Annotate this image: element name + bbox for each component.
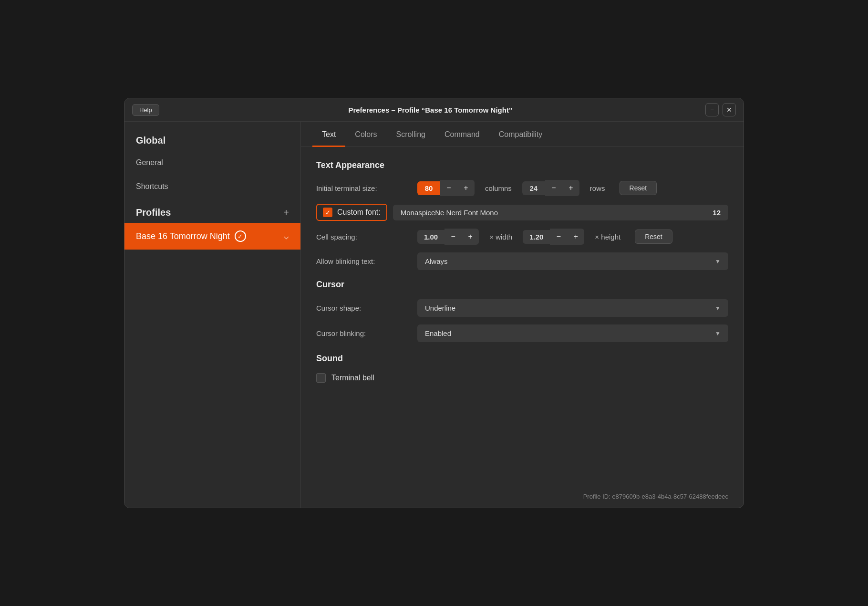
sidebar: Global General Shortcuts Profiles + Base…	[124, 122, 301, 508]
profile-id-value: e879609b-e8a3-4b4a-8c57-62488feedeec	[612, 493, 728, 500]
active-profile-check: ✓	[235, 230, 246, 242]
tab-text[interactable]: Text	[312, 122, 345, 147]
cell-spacing-label: Cell spacing:	[316, 233, 412, 241]
tab-colors[interactable]: Colors	[345, 122, 386, 147]
body: Global General Shortcuts Profiles + Base…	[124, 122, 744, 508]
allow-blinking-row: Allow blinking text: Always ▼	[316, 252, 728, 270]
cursor-shape-chevron: ▼	[715, 305, 721, 312]
profile-item-left: Base 16 Tomorrow Night ✓	[136, 230, 246, 242]
cell-spacing-reset-button[interactable]: Reset	[635, 230, 672, 244]
tab-scrolling[interactable]: Scrolling	[387, 122, 435, 147]
profile-id: Profile ID: e879609b-e8a3-4b4a-8c57-6248…	[301, 485, 744, 508]
profile-item-base16[interactable]: Base 16 Tomorrow Night ✓ ⌵	[124, 223, 300, 250]
profile-expand-icon[interactable]: ⌵	[284, 231, 289, 241]
cell-width-increase[interactable]: +	[462, 229, 479, 245]
cell-width-value: 1.00	[417, 230, 444, 244]
add-profile-button[interactable]: +	[283, 207, 289, 218]
sound-title: Sound	[316, 354, 728, 364]
rows-decrease[interactable]: −	[545, 180, 562, 196]
profile-id-label: Profile ID:	[583, 493, 610, 500]
allow-blinking-label: Allow blinking text:	[316, 257, 412, 265]
custom-font-toggle[interactable]: ✓ Custom font:	[316, 204, 387, 221]
main-content: Text Colors Scrolling Command Compatibil…	[301, 122, 744, 508]
custom-font-checkbox: ✓	[323, 208, 332, 217]
font-name: MonaspiceNe Nerd Font Mono	[401, 209, 498, 217]
minimize-button[interactable]: −	[705, 103, 719, 116]
cell-height-decrease[interactable]: −	[550, 229, 567, 245]
close-button[interactable]: ✕	[723, 103, 736, 116]
check-icon: ✓	[238, 233, 243, 240]
font-picker[interactable]: MonaspiceNe Nerd Font Mono 12	[393, 205, 728, 220]
sidebar-item-shortcuts[interactable]: Shortcuts	[124, 175, 300, 199]
size-reset-button[interactable]: Reset	[620, 181, 657, 195]
cursor-blinking-label: Cursor blinking:	[316, 329, 412, 337]
columns-increase[interactable]: +	[457, 180, 475, 196]
rows-unit: rows	[590, 184, 605, 192]
cell-width-decrease[interactable]: −	[444, 229, 462, 245]
cell-width-stepper: 1.00 − +	[417, 229, 479, 245]
terminal-bell-row: Terminal bell	[316, 373, 728, 383]
rows-value: 24	[522, 181, 545, 195]
tabs: Text Colors Scrolling Command Compatibil…	[301, 122, 744, 147]
sidebar-item-general[interactable]: General	[124, 151, 300, 175]
initial-size-row: Initial terminal size: 80 − + columns 24…	[316, 180, 728, 196]
columns-stepper: 80 − +	[417, 180, 475, 196]
tab-content: Text Appearance Initial terminal size: 8…	[301, 147, 744, 485]
profiles-label: Profiles	[136, 207, 171, 218]
cursor-shape-dropdown[interactable]: Underline ▼	[417, 299, 728, 317]
text-appearance-title: Text Appearance	[316, 160, 728, 170]
cell-width-unit: × width	[489, 233, 512, 241]
columns-value: 80	[417, 181, 440, 195]
cell-height-stepper: 1.20 − +	[523, 229, 584, 245]
columns-unit: columns	[485, 184, 512, 192]
profiles-header: Profiles +	[124, 199, 300, 223]
cell-height-value: 1.20	[523, 230, 550, 244]
allow-blinking-chevron: ▼	[715, 258, 721, 265]
titlebar: Help Preferences – Profile “Base 16 Tomo…	[124, 98, 744, 122]
rows-stepper: 24 − +	[522, 180, 579, 196]
custom-font-row: ✓ Custom font: MonaspiceNe Nerd Font Mon…	[316, 204, 728, 221]
rows-increase[interactable]: +	[562, 180, 579, 196]
cursor-blinking-dropdown[interactable]: Enabled ▼	[417, 324, 728, 342]
terminal-bell-checkbox[interactable]	[316, 373, 326, 383]
columns-decrease[interactable]: −	[440, 180, 457, 196]
cursor-shape-label: Cursor shape:	[316, 304, 412, 312]
tab-compatibility[interactable]: Compatibility	[489, 122, 552, 147]
allow-blinking-dropdown[interactable]: Always ▼	[417, 252, 728, 270]
help-button[interactable]: Help	[132, 104, 159, 116]
cursor-title: Cursor	[316, 280, 728, 290]
cell-height-unit: × height	[595, 233, 620, 241]
font-size: 12	[713, 209, 721, 217]
allow-blinking-value: Always	[425, 257, 448, 265]
cursor-shape-value: Underline	[425, 304, 455, 312]
global-section-label: Global	[124, 126, 300, 151]
cursor-blinking-value: Enabled	[425, 329, 451, 337]
cursor-blinking-chevron: ▼	[715, 330, 721, 337]
cursor-blinking-row: Cursor blinking: Enabled ▼	[316, 324, 728, 342]
cell-height-increase[interactable]: +	[567, 229, 584, 245]
tab-command[interactable]: Command	[435, 122, 489, 147]
window-title: Preferences – Profile “Base 16 Tomorrow …	[159, 106, 702, 114]
profile-name: Base 16 Tomorrow Night	[136, 231, 230, 241]
preferences-window: Help Preferences – Profile “Base 16 Tomo…	[124, 98, 744, 508]
terminal-bell-label: Terminal bell	[331, 374, 374, 382]
cell-spacing-row: Cell spacing: 1.00 − + × width 1.20 − + …	[316, 229, 728, 245]
custom-font-label: Custom font:	[337, 208, 381, 217]
cursor-shape-row: Cursor shape: Underline ▼	[316, 299, 728, 317]
initial-size-label: Initial terminal size:	[316, 184, 412, 192]
